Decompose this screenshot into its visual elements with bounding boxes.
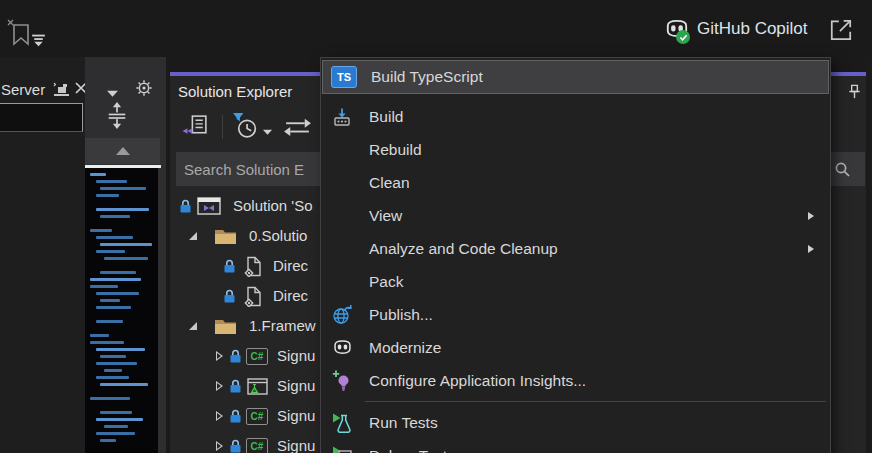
menu-item-run-tests[interactable]: Run Tests (321, 406, 830, 439)
tree-expander-collapsed-icon[interactable] (212, 431, 226, 453)
minimap[interactable] (85, 168, 158, 453)
folder-icon-cell (212, 311, 238, 341)
search-icon[interactable] (834, 161, 851, 178)
minimap-line (100, 243, 152, 246)
tree-item-label: Direc (273, 257, 308, 274)
folder-icon-cell (212, 221, 238, 251)
tree-item-label: 0.Solutio (249, 227, 307, 244)
filter-dropdown-chevron-icon[interactable] (262, 122, 273, 140)
pin-icon[interactable] (846, 83, 863, 105)
minimap-line (96, 194, 119, 197)
menu-item-view[interactable]: View (321, 199, 830, 232)
props-file-icon-cell (240, 251, 266, 281)
tree-expander-expanded-icon[interactable] (186, 221, 200, 251)
minimap-line (96, 236, 133, 239)
lock-icon (229, 439, 242, 453)
run-tests-icon (329, 412, 355, 434)
menu-item-build-typescript[interactable]: TSBuild TypeScript (322, 60, 829, 94)
menu-item-build[interactable]: Build (321, 100, 830, 133)
test-project-icon (247, 378, 268, 395)
csharp-project-icon-cell: C# (244, 431, 270, 453)
tree-expander-collapsed-icon[interactable] (212, 341, 226, 371)
minimap-line (96, 306, 131, 309)
lock-icon (179, 199, 192, 214)
minimap-line (100, 299, 120, 302)
switch-views-icon[interactable] (182, 113, 209, 144)
tree-expander-collapsed-icon[interactable] (212, 401, 226, 431)
tree-item-label: Signu (277, 437, 315, 453)
menu-item-label: View (369, 207, 402, 225)
scroll-up-icon[interactable] (85, 138, 160, 164)
lock-icon (229, 409, 242, 424)
lock-icon (178, 191, 192, 221)
minimap-line (96, 376, 129, 379)
tool-window-icon[interactable] (52, 81, 71, 102)
lock-icon (222, 281, 236, 311)
csharp-project-icon: C# (246, 438, 268, 453)
debug-tests-icon (332, 445, 353, 453)
lock-icon (229, 349, 242, 364)
server-panel-field[interactable] (0, 103, 83, 132)
menu-item-configure-application-insights[interactable]: Configure Application Insights... (321, 364, 830, 397)
menu-item-rebuild[interactable]: Rebuild (321, 133, 830, 166)
lock-icon (228, 371, 242, 401)
solution-explorer-title: Solution Explorer (178, 83, 292, 100)
folder-icon (214, 227, 237, 246)
lock-icon (223, 259, 236, 274)
minimap-line (90, 397, 130, 400)
share-icon[interactable] (828, 17, 854, 43)
copilot-icon (329, 337, 355, 358)
minimap-line (100, 383, 148, 386)
main-toolbar: GitHub Copilot (0, 0, 872, 57)
menu-item-pack[interactable]: Pack (321, 265, 830, 298)
tree-expander-collapsed-icon[interactable] (212, 371, 226, 401)
minimap-line (96, 348, 145, 351)
props-file-icon-cell (240, 281, 266, 311)
solution-icon (197, 196, 221, 216)
lock-icon (228, 341, 242, 371)
panel-right-edge (866, 57, 872, 453)
minimap-line (100, 271, 136, 274)
tree-item-label: 1.Framew (249, 317, 316, 334)
minimap-line (90, 334, 109, 337)
tree-expander-expanded-icon[interactable] (186, 311, 200, 341)
tree-item-label: Signu (277, 377, 315, 394)
minimap-line (96, 432, 135, 435)
menu-item-publish[interactable]: Publish... (321, 298, 830, 331)
menu-item-label: Debug Tests (369, 447, 455, 453)
sync-icon[interactable] (282, 117, 313, 142)
menu-item-debug-tests[interactable]: Debug Tests (321, 439, 830, 453)
toolbar-overflow-icon[interactable] (30, 33, 48, 49)
minimap-line (96, 208, 149, 211)
minimap-line (90, 341, 124, 344)
menu-item-clean[interactable]: Clean (321, 166, 830, 199)
copilot-status-label[interactable]: GitHub Copilot (697, 19, 808, 39)
menu-item-label: Rebuild (369, 141, 422, 159)
lock-icon (223, 289, 236, 304)
tree-item-label: Signu (277, 347, 315, 364)
tree-item-label: Direc (273, 287, 308, 304)
copilot-icon (332, 337, 353, 358)
test-project-icon-cell (244, 371, 270, 401)
minimap-line (104, 425, 128, 428)
lock-icon (229, 379, 242, 394)
props-file-icon (244, 256, 263, 277)
menu-item-label: Run Tests (369, 414, 438, 432)
menu-item-analyze-and-code-cleanup[interactable]: Analyze and Code Cleanup (321, 232, 830, 265)
copilot-check-badge-icon (676, 30, 690, 44)
typescript-icon: TS (331, 66, 357, 88)
solution-icon-cell (196, 191, 222, 221)
minimap-line (96, 320, 123, 323)
props-file-icon (244, 286, 263, 307)
minimap-line (100, 215, 130, 218)
menu-item-modernize[interactable]: Modernize (321, 331, 830, 364)
gear-icon[interactable] (135, 79, 153, 101)
menu-item-label: Configure Application Insights... (369, 372, 586, 390)
pending-filter-icon[interactable] (232, 112, 259, 144)
lock-icon (222, 251, 236, 281)
dropdown-chevron-icon[interactable] (106, 84, 119, 102)
splitter-icon[interactable] (105, 102, 129, 133)
minimap-line (96, 362, 137, 365)
app-insights-icon (332, 370, 352, 391)
lock-icon (228, 401, 242, 431)
